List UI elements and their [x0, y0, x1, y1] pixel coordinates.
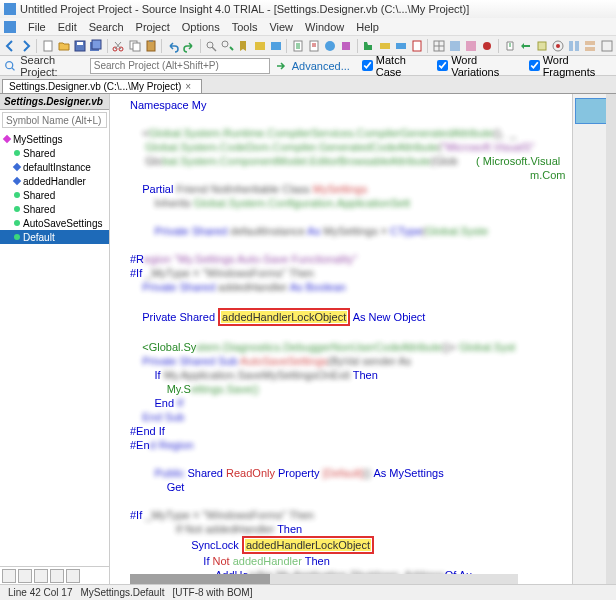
copy-icon[interactable]: [127, 38, 142, 54]
svg-rect-20: [396, 43, 406, 49]
menu-window[interactable]: Window: [299, 21, 350, 33]
toolbar-btn-a[interactable]: [252, 38, 267, 54]
undo-icon[interactable]: [165, 38, 180, 54]
back-button[interactable]: [2, 38, 17, 54]
symbol-bullet-icon: [14, 206, 20, 212]
sidebar-bottom-toolbar: [0, 566, 109, 584]
svg-rect-32: [585, 47, 595, 51]
toolbar-btn-f[interactable]: [339, 38, 354, 54]
toolbar-btn-o[interactable]: [502, 38, 517, 54]
find-icon[interactable]: [204, 38, 219, 54]
saveall-icon[interactable]: [89, 38, 104, 54]
sidebar-item[interactable]: defaultInstance: [0, 160, 109, 174]
sidebar-item-label: Shared: [23, 148, 55, 159]
svg-rect-9: [147, 41, 155, 51]
paste-icon[interactable]: [143, 38, 158, 54]
vertical-scrollbar[interactable]: [606, 94, 616, 584]
toolbar: [0, 36, 616, 56]
toolbar-btn-h[interactable]: [377, 38, 392, 54]
open-icon[interactable]: [56, 38, 71, 54]
svg-rect-30: [575, 41, 579, 51]
status-encoding: [UTF-8 with BOM]: [172, 587, 252, 598]
toolbar-btn-u[interactable]: [599, 38, 614, 54]
search-go-button[interactable]: [274, 58, 288, 74]
toolbar-btn-c[interactable]: [290, 38, 305, 54]
toolbar-btn-i[interactable]: [393, 38, 408, 54]
sidebar-btn-4[interactable]: [50, 569, 64, 583]
sidebar-item[interactable]: Default: [0, 230, 109, 244]
sort-az-button[interactable]: [2, 569, 16, 583]
sidebar-btn-3[interactable]: [34, 569, 48, 583]
menu-tools[interactable]: Tools: [226, 21, 264, 33]
toolbar-btn-j[interactable]: [409, 38, 424, 54]
toolbar-btn-k[interactable]: [431, 38, 446, 54]
cut-icon[interactable]: [111, 38, 126, 54]
sidebar-item-label: Shared: [23, 190, 55, 201]
save-icon[interactable]: [73, 38, 88, 54]
sidebar-item[interactable]: MySettings: [0, 132, 109, 146]
code-area[interactable]: Namespace My <Global.System.Runtime.Comp…: [110, 94, 572, 584]
svg-rect-33: [602, 41, 612, 51]
sidebar-btn-5[interactable]: [66, 569, 80, 583]
symbol-bullet-icon: [14, 150, 20, 156]
toolbar-btn-d[interactable]: [306, 38, 321, 54]
tab-label: Settings.Designer.vb (C:\...\My Project): [9, 81, 181, 92]
svg-rect-23: [450, 41, 460, 51]
findnext-icon[interactable]: [220, 38, 235, 54]
svg-rect-10: [149, 40, 153, 42]
new-icon[interactable]: [40, 38, 55, 54]
forward-button[interactable]: [18, 38, 33, 54]
toolbar-btn-q[interactable]: [534, 38, 549, 54]
menu-app-icon[interactable]: [4, 21, 16, 33]
horizontal-scrollbar[interactable]: [130, 574, 518, 584]
sidebar-item[interactable]: Shared: [0, 146, 109, 160]
minimap[interactable]: [572, 94, 616, 584]
advanced-link[interactable]: Advanced...: [292, 60, 350, 72]
svg-rect-8: [133, 43, 140, 51]
editor: Namespace My <Global.System.Runtime.Comp…: [110, 94, 616, 584]
toolbar-btn-s[interactable]: [567, 38, 582, 54]
toolbar-btn-n[interactable]: [480, 38, 495, 54]
menu-project[interactable]: Project: [130, 21, 176, 33]
toolbar-btn-l[interactable]: [448, 38, 463, 54]
bookmark-icon[interactable]: [236, 38, 251, 54]
symbol-bullet-icon: [3, 135, 11, 143]
symbol-search-input[interactable]: [2, 112, 107, 128]
svg-rect-19: [380, 43, 390, 49]
search-input[interactable]: [90, 58, 270, 74]
tab-close-icon[interactable]: ×: [185, 82, 195, 92]
sidebar-item[interactable]: Shared: [0, 202, 109, 216]
svg-point-25: [483, 42, 491, 50]
sidebar-btn-2[interactable]: [18, 569, 32, 583]
toolbar-btn-t[interactable]: [583, 38, 598, 54]
match-case-checkbox[interactable]: Match Case: [362, 54, 425, 78]
sidebar-item[interactable]: Shared: [0, 188, 109, 202]
symbol-tree[interactable]: MySettingsShareddefaultInstanceaddedHand…: [0, 130, 109, 566]
word-fragments-checkbox[interactable]: Word Fragments: [529, 54, 612, 78]
symbol-bullet-icon: [13, 163, 21, 171]
svg-rect-0: [44, 41, 52, 51]
toolbar-btn-b[interactable]: [268, 38, 283, 54]
toolbar-btn-m[interactable]: [464, 38, 479, 54]
toolbar-btn-e[interactable]: [323, 38, 338, 54]
status-context: MySettings.Default: [81, 587, 165, 598]
menu-edit[interactable]: Edit: [52, 21, 83, 33]
window-title: Untitled Project Project - Source Insigh…: [20, 3, 469, 15]
sidebar-item-label: AutoSaveSettings: [23, 218, 103, 229]
main-area: Settings.Designer.vb MySettingsShareddef…: [0, 94, 616, 584]
toolbar-btn-g[interactable]: [361, 38, 376, 54]
menu-file[interactable]: File: [22, 21, 52, 33]
file-tab[interactable]: Settings.Designer.vb (C:\...\My Project)…: [2, 79, 202, 93]
menu-options[interactable]: Options: [176, 21, 226, 33]
sidebar-item[interactable]: AutoSaveSettings: [0, 216, 109, 230]
menu-view[interactable]: View: [263, 21, 299, 33]
menu-search[interactable]: Search: [83, 21, 130, 33]
statusbar: Line 42 Col 17 MySettings.Default [UTF-8…: [0, 584, 616, 600]
menu-help[interactable]: Help: [350, 21, 385, 33]
redo-icon[interactable]: [181, 38, 196, 54]
sidebar-item[interactable]: addedHandler: [0, 174, 109, 188]
menubar: File Edit Search Project Options Tools V…: [0, 18, 616, 36]
toolbar-btn-r[interactable]: [550, 38, 565, 54]
toolbar-btn-p[interactable]: [518, 38, 533, 54]
word-variations-checkbox[interactable]: Word Variations: [437, 54, 516, 78]
